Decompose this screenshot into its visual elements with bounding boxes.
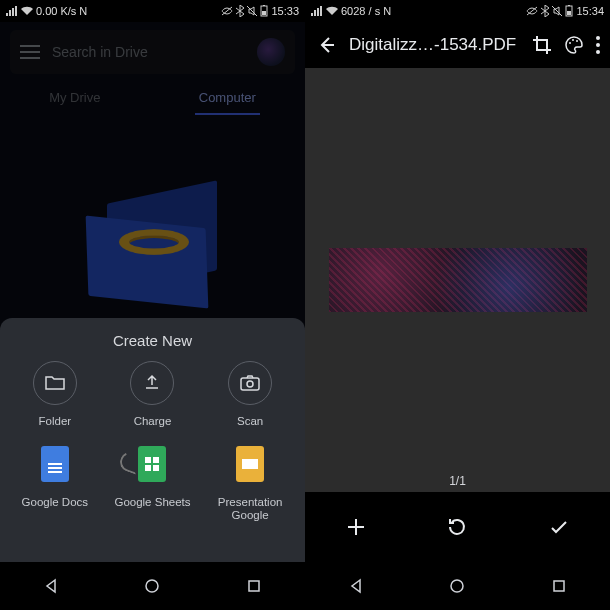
create-sheets[interactable]: Google Sheets <box>104 442 202 522</box>
create-docs-label: Google Docs <box>22 496 88 509</box>
sheets-icon <box>138 446 166 482</box>
more-icon[interactable] <box>596 36 600 54</box>
search-bar[interactable]: Search in Drive <box>10 30 295 74</box>
svg-point-4 <box>247 381 253 387</box>
nav-recent[interactable] <box>243 575 265 597</box>
nav-back[interactable] <box>345 575 367 597</box>
battery-icon <box>565 5 573 17</box>
svg-point-14 <box>596 43 600 47</box>
signal-icon <box>311 6 323 16</box>
android-nav <box>305 562 610 610</box>
svg-point-13 <box>596 36 600 40</box>
nav-home[interactable] <box>446 575 468 597</box>
slides-icon <box>236 446 264 482</box>
create-upload-label: Charge <box>134 415 172 428</box>
nav-home[interactable] <box>141 575 163 597</box>
document-title: Digitalizz…-1534.PDF <box>349 35 520 55</box>
svg-point-10 <box>569 42 571 44</box>
scanned-image <box>329 248 587 312</box>
camera-icon <box>240 375 260 391</box>
create-slides-label: Presentation Google <box>218 496 283 522</box>
docs-icon <box>41 446 69 482</box>
create-scan[interactable]: Scan <box>201 361 299 428</box>
drive-illustration <box>0 182 305 302</box>
svg-rect-1 <box>263 5 265 6</box>
battery-icon <box>260 5 268 17</box>
scan-preview-area[interactable] <box>305 68 610 492</box>
create-scan-label: Scan <box>237 415 263 428</box>
create-upload[interactable]: Charge <box>104 361 202 428</box>
bluetooth-icon <box>236 5 244 17</box>
sheet-title: Create New <box>6 332 299 349</box>
create-docs[interactable]: Google Docs <box>6 442 104 522</box>
screen-scan-preview: 6028 / s N 15:34 Digitalizz…-1534.PDF 1/… <box>305 0 610 610</box>
back-arrow-icon[interactable] <box>315 34 337 56</box>
eye-off-icon <box>526 6 538 16</box>
eye-off-icon <box>221 6 233 16</box>
svg-rect-6 <box>249 581 259 591</box>
svg-rect-8 <box>568 5 570 6</box>
svg-point-12 <box>576 40 578 42</box>
signal-icon <box>6 6 18 16</box>
drive-tabs: My Drive Computer <box>0 82 305 115</box>
confirm-button[interactable] <box>547 515 571 539</box>
crop-icon[interactable] <box>532 35 552 55</box>
svg-point-11 <box>572 39 574 41</box>
svg-rect-3 <box>241 378 259 390</box>
svg-rect-17 <box>554 581 564 591</box>
svg-rect-2 <box>262 11 266 15</box>
add-page-button[interactable] <box>344 515 368 539</box>
create-slides[interactable]: Presentation Google <box>201 442 299 522</box>
tab-my-drive[interactable]: My Drive <box>45 82 104 115</box>
status-net: 6028 / s <box>341 5 380 17</box>
svg-rect-9 <box>567 11 571 15</box>
svg-point-16 <box>451 580 463 592</box>
status-carrier: N <box>79 5 87 17</box>
status-net: 0.00 K/s <box>36 5 76 17</box>
status-time: 15:34 <box>576 5 604 17</box>
folder-icon <box>45 375 65 391</box>
wifi-icon <box>326 6 338 16</box>
status-bar: 6028 / s N 15:34 <box>305 0 610 22</box>
create-new-sheet: Create New Folder Charge Scan Google Doc… <box>0 318 305 562</box>
scan-toolbar: Digitalizz…-1534.PDF <box>305 22 610 68</box>
svg-point-5 <box>146 580 158 592</box>
nav-recent[interactable] <box>548 575 570 597</box>
upload-icon <box>143 374 161 392</box>
bluetooth-icon <box>541 5 549 17</box>
retake-button[interactable] <box>445 515 469 539</box>
status-bar: 0.00 K/s N 15:33 <box>0 0 305 22</box>
status-carrier: N <box>383 5 391 17</box>
palette-icon[interactable] <box>564 35 584 55</box>
screen-drive: 0.00 K/s N 15:33 Search in Drive My Driv… <box>0 0 305 610</box>
nav-back[interactable] <box>40 575 62 597</box>
create-sheets-label: Google Sheets <box>114 496 190 509</box>
mute-icon <box>552 6 562 16</box>
create-folder-label: Folder <box>39 415 72 428</box>
status-time: 15:33 <box>271 5 299 17</box>
svg-point-15 <box>596 50 600 54</box>
page-indicator: 1/1 <box>305 474 610 488</box>
android-nav <box>0 562 305 610</box>
wifi-icon <box>21 6 33 16</box>
menu-icon[interactable] <box>20 45 40 59</box>
scan-actionbar <box>305 492 610 562</box>
avatar[interactable] <box>257 38 285 66</box>
tab-computer[interactable]: Computer <box>195 82 260 115</box>
search-placeholder: Search in Drive <box>52 44 245 60</box>
mute-icon <box>247 6 257 16</box>
create-folder[interactable]: Folder <box>6 361 104 428</box>
